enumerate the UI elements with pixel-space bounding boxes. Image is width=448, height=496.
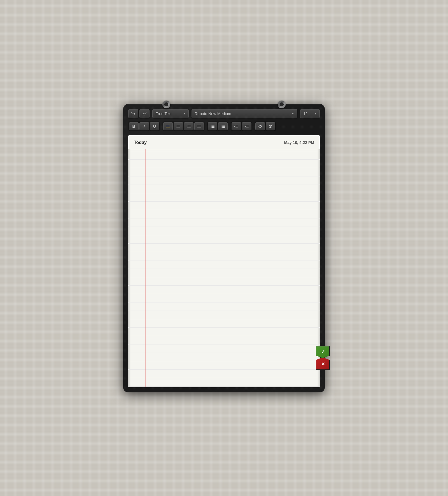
paper-header: Today May 10, 4:22 PM [128,135,320,149]
svg-rect-2 [166,127,170,127]
svg-rect-11 [197,127,201,127]
svg-rect-5 [176,127,180,127]
svg-rect-9 [197,125,201,125]
svg-point-16 [211,127,212,128]
redo-icon [143,112,146,116]
align-center-icon [176,125,180,128]
redo-button[interactable] [139,109,150,118]
ring-right [278,101,286,108]
indent-group [231,121,252,131]
ring-left [162,101,170,108]
align-justify-button[interactable] [194,122,204,131]
paper: Today May 10, 4:22 PM [128,135,320,387]
align-right-icon [187,125,191,128]
svg-rect-28 [246,126,249,126]
svg-rect-29 [246,127,249,127]
alignment-group [162,121,205,131]
svg-rect-25 [235,126,238,126]
svg-text:3.: 3. [221,127,222,128]
link-group [255,121,276,131]
svg-rect-13 [212,125,214,125]
paper-content[interactable] [128,149,320,387]
undo-icon [131,112,135,116]
svg-rect-23 [222,127,225,128]
svg-text:2.: 2. [221,126,222,127]
confirm-button[interactable] [316,346,330,358]
svg-rect-4 [177,126,180,126]
paper-timestamp: May 10, 4:22 PM [284,140,314,145]
italic-button[interactable]: I [139,122,149,131]
align-right-button[interactable] [184,122,193,131]
font-type-dropdown[interactable]: Free Text ▼ [152,109,189,118]
font-name-dropdown[interactable]: Roboto New Medium ▼ [192,109,297,118]
ordered-list-icon: 1. 2. 3. [221,125,225,128]
insert-link-button[interactable] [255,122,265,131]
font-size-dropdown[interactable]: 12 ▼ [300,109,320,118]
undo-button[interactable] [128,109,138,118]
svg-rect-3 [176,125,180,125]
chevron-down-icon: ▼ [183,112,186,115]
chevron-down-icon: ▼ [291,112,294,115]
indent-icon [245,125,249,128]
svg-rect-21 [222,126,225,127]
font-size-value: 12 [303,111,308,116]
toolbar-row-1: Free Text ▼ Roboto New Medium ▼ 12 ▼ [128,109,320,118]
svg-rect-19 [222,125,225,125]
unordered-list-button[interactable] [208,122,217,131]
notepad-widget: Free Text ▼ Roboto New Medium ▼ 12 ▼ B I… [123,104,325,392]
font-name-value: Roboto New Medium [195,111,231,116]
ring-holes [123,101,325,108]
svg-rect-8 [187,127,191,127]
outdent-icon [234,125,238,128]
chevron-down-icon: ▼ [314,112,317,115]
underline-button[interactable]: U [150,122,159,131]
ribbon-buttons [316,346,330,370]
svg-rect-10 [197,126,201,126]
cancel-button[interactable] [316,358,330,370]
paper-wrapper: Today May 10, 4:22 PM [128,135,320,387]
svg-rect-27 [245,125,249,125]
outdent-button[interactable] [232,122,241,131]
svg-rect-26 [235,127,238,127]
svg-rect-15 [212,126,214,127]
align-justify-icon [197,125,201,128]
svg-text:1.: 1. [221,125,222,126]
svg-rect-17 [212,127,214,128]
remove-link-button[interactable] [266,122,275,131]
toolbar-row-2: B I U [128,121,320,131]
undo-redo-group [128,109,150,118]
remove-link-icon [268,124,273,129]
svg-rect-1 [166,126,169,126]
indent-button[interactable] [242,122,251,131]
svg-rect-0 [166,125,170,125]
text-format-group: B I U [128,121,160,131]
unordered-list-icon [211,125,214,128]
svg-rect-7 [188,126,191,126]
align-left-icon [166,125,170,128]
font-type-value: Free Text [155,111,172,116]
svg-point-14 [211,126,212,127]
ordered-list-button[interactable]: 1. 2. 3. [218,122,228,131]
link-icon [258,124,262,129]
bold-button[interactable]: B [129,122,139,131]
svg-rect-24 [234,125,238,125]
align-left-button[interactable] [163,122,173,131]
svg-rect-6 [187,125,191,125]
align-center-button[interactable] [174,122,183,131]
list-group: 1. 2. 3. [207,121,228,131]
paper-date-label: Today [134,140,147,145]
svg-point-12 [211,125,212,125]
